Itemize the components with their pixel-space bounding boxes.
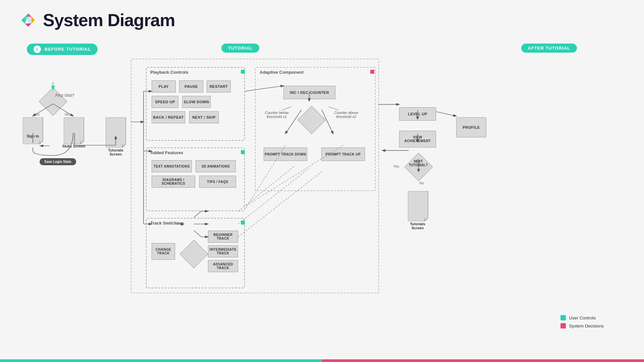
sign-in-doc xyxy=(23,117,50,144)
header: System Diagram xyxy=(0,0,644,40)
yes-label-left: Yes xyxy=(34,112,40,116)
page-title: System Diagram xyxy=(43,10,175,30)
svg-marker-10 xyxy=(106,117,126,147)
svg-line-44 xyxy=(436,112,456,116)
pause-button[interactable]: PAUSE xyxy=(179,80,203,93)
svg-marker-7 xyxy=(28,17,32,23)
svg-marker-3 xyxy=(32,17,35,23)
no-label-right: No xyxy=(419,181,424,185)
playback-dot xyxy=(241,70,245,74)
skills-screen-label: Skills Screen xyxy=(62,144,86,148)
intermediate-track-button[interactable]: INTERMEDIATE TRACK xyxy=(208,245,238,257)
tips-button[interactable]: TIPS / FAQS xyxy=(199,176,236,188)
playback-title: Playback Controls xyxy=(150,70,188,75)
diagram-area: 1 BEFORE TUTORIAL TUTORIAL AFTER TUTORIA… xyxy=(0,40,644,355)
sign-in-label: Sign In xyxy=(23,134,43,138)
level-up-button[interactable]: LEVEL UP xyxy=(399,107,436,121)
back-repeat-button[interactable]: BACK / REPEAT xyxy=(152,111,185,123)
track-switching-dot xyxy=(241,221,245,225)
save-login-button[interactable]: Save Login State xyxy=(40,158,76,165)
three-d-button[interactable]: 3D ANIMATIONS xyxy=(196,160,236,172)
svg-marker-11 xyxy=(408,191,428,221)
slow-down-button[interactable]: SLOW DOWN xyxy=(182,96,211,108)
tutorials-screen-label-left: Tutorials Screen xyxy=(104,148,127,156)
yes-label-right: Yes xyxy=(393,164,399,168)
legend: User Controls System Decisions xyxy=(560,315,604,328)
prompt-track-up-button[interactable]: PROMPT TRACK UP xyxy=(321,147,365,161)
next-skip-button[interactable]: NEXT / SKIP xyxy=(189,111,219,123)
bottom-bar xyxy=(0,359,644,362)
logo-icon xyxy=(20,12,36,28)
speed-up-button[interactable]: SPEED UP xyxy=(152,96,178,108)
svg-marker-8 xyxy=(23,117,43,144)
view-achievement-button[interactable]: VIEW ACHIEVEMENT xyxy=(399,131,436,147)
svg-marker-9 xyxy=(64,117,84,144)
phase-tutorial-label: TUTORIAL xyxy=(221,44,259,53)
restart-button[interactable]: RESTART xyxy=(207,80,231,93)
play-button[interactable]: PLAY xyxy=(152,80,176,93)
svg-marker-0 xyxy=(28,13,32,17)
adaptive-dot xyxy=(370,70,374,74)
svg-marker-4 xyxy=(25,23,28,27)
beginner-track-button[interactable]: BEGINNER TRACK xyxy=(208,231,238,243)
system-decisions-label: System Decisions xyxy=(569,323,604,328)
added-features-dot xyxy=(241,150,245,154)
bottom-bar-pink xyxy=(322,359,644,362)
first-visit-diamond xyxy=(39,87,67,116)
added-features-title: Added Features xyxy=(150,150,183,155)
svg-marker-6 xyxy=(21,17,28,23)
user-controls-label: User Controls xyxy=(569,315,596,320)
bottom-bar-teal xyxy=(0,359,322,362)
phase-before-label: 1 BEFORE TUTORIAL xyxy=(27,44,98,55)
no-label-left: No xyxy=(65,112,69,116)
user-controls-dot xyxy=(560,315,566,320)
svg-marker-5 xyxy=(28,23,32,27)
legend-system-decisions: System Decisions xyxy=(560,323,604,328)
tutorials-screen-doc-left xyxy=(106,117,132,147)
diagrams-button[interactable]: DIAGRAMS / SCHEMATICS xyxy=(152,176,195,188)
skills-screen-doc xyxy=(64,117,91,144)
next-tutorial-diamond xyxy=(405,153,433,181)
next-tutorial-label: NEXTTUTORIAL? xyxy=(407,160,430,167)
system-decisions-dot xyxy=(560,323,566,328)
legend-user-controls: User Controls xyxy=(560,315,604,320)
svg-marker-1 xyxy=(25,13,28,17)
phase-after-label: AFTER TUTORIAL xyxy=(521,44,577,53)
advanced-track-button[interactable]: ADVANCED TRACK xyxy=(208,260,238,272)
counter-above-label: Counter above threshold x2 xyxy=(329,111,363,119)
counter-below-label: Counter below threshold x1 xyxy=(260,111,293,119)
profile-button[interactable]: PROFILE xyxy=(456,117,486,137)
prompt-track-down-button[interactable]: PROMPT TRACK DOWN xyxy=(264,147,307,161)
change-track-button[interactable]: CHANGE TRACK xyxy=(152,243,175,260)
adaptive-title: Adaptive Component xyxy=(260,70,304,75)
inc-dec-counter-button[interactable]: INC / DEC COUNTER xyxy=(283,86,335,99)
tutorials-screen-doc-right xyxy=(408,191,435,221)
tutorials-screen-label-right: Tutorials Screen xyxy=(406,222,429,230)
phase-number: 1 xyxy=(34,46,41,53)
track-switching-title: Track Switching xyxy=(150,221,183,226)
text-annotations-button[interactable]: TEXT ANNOTATIONS xyxy=(152,160,192,172)
first-visit-label: First Visit? xyxy=(55,93,74,98)
